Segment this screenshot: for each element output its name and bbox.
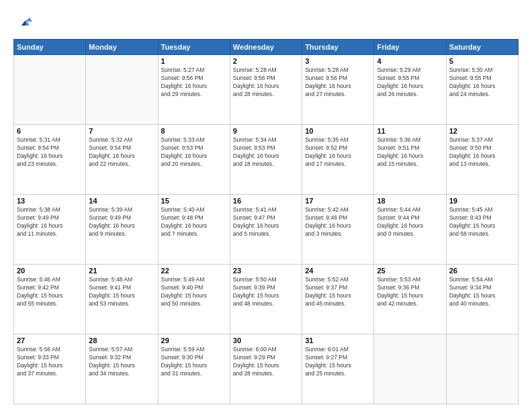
calendar-cell: 5Sunrise: 5:30 AM Sunset: 9:55 PM Daylig… [446,55,518,125]
cell-info-text: Sunrise: 5:57 AM Sunset: 9:32 PM Dayligh… [89,346,154,378]
cell-day-number: 20 [17,267,83,275]
weekday-header-wednesday: Wednesday [230,40,302,55]
cell-day-number: 12 [449,127,515,135]
cell-info-text: Sunrise: 5:33 AM Sunset: 9:53 PM Dayligh… [161,136,227,169]
cell-info-text: Sunrise: 5:27 AM Sunset: 9:56 PM Dayligh… [161,66,227,99]
calendar-cell: 1Sunrise: 5:27 AM Sunset: 9:56 PM Daylig… [158,55,230,125]
cell-day-number: 26 [449,267,515,275]
calendar-cell: 26Sunrise: 5:54 AM Sunset: 9:34 PM Dayli… [446,265,518,334]
cell-info-text: Sunrise: 5:48 AM Sunset: 9:41 PM Dayligh… [89,276,154,308]
calendar-cell: 25Sunrise: 5:53 AM Sunset: 9:36 PM Dayli… [374,265,446,334]
calendar-cell: 4Sunrise: 5:29 AM Sunset: 9:55 PM Daylig… [374,55,446,125]
cell-day-number: 31 [305,336,371,345]
cell-day-number: 21 [89,267,154,275]
cell-info-text: Sunrise: 5:32 AM Sunset: 9:54 PM Dayligh… [89,136,154,169]
cell-info-text: Sunrise: 5:36 AM Sunset: 9:51 PM Dayligh… [377,136,443,169]
cell-day-number: 27 [17,336,83,345]
calendar-cell: 23Sunrise: 5:50 AM Sunset: 9:39 PM Dayli… [230,265,302,334]
calendar-cell: 11Sunrise: 5:36 AM Sunset: 9:51 PM Dayli… [374,125,446,195]
cell-info-text: Sunrise: 5:44 AM Sunset: 9:44 PM Dayligh… [377,206,443,238]
page: SundayMondayTuesdayWednesdayThursdayFrid… [0,0,532,411]
cell-day-number: 25 [377,267,443,275]
cell-info-text: Sunrise: 5:28 AM Sunset: 9:56 PM Dayligh… [305,66,371,99]
cell-info-text: Sunrise: 6:01 AM Sunset: 9:27 PM Dayligh… [305,346,371,378]
cell-info-text: Sunrise: 5:42 AM Sunset: 9:46 PM Dayligh… [305,206,371,238]
cell-day-number: 5 [449,57,515,65]
cell-info-text: Sunrise: 5:56 AM Sunset: 9:33 PM Dayligh… [17,346,83,378]
calendar-cell: 18Sunrise: 5:44 AM Sunset: 9:44 PM Dayli… [374,195,446,265]
cell-info-text: Sunrise: 5:31 AM Sunset: 9:54 PM Dayligh… [17,136,83,169]
calendar-cell: 17Sunrise: 5:42 AM Sunset: 9:46 PM Dayli… [302,195,374,265]
cell-info-text: Sunrise: 5:35 AM Sunset: 9:52 PM Dayligh… [305,136,371,169]
cell-day-number: 29 [161,336,227,345]
calendar-cell [446,334,518,404]
cell-day-number: 6 [17,127,83,135]
calendar-cell: 2Sunrise: 5:28 AM Sunset: 9:56 PM Daylig… [230,55,302,125]
cell-day-number: 22 [161,267,227,275]
cell-info-text: Sunrise: 5:39 AM Sunset: 9:49 PM Dayligh… [89,206,154,238]
cell-info-text: Sunrise: 5:49 AM Sunset: 9:40 PM Dayligh… [161,276,227,308]
calendar-cell: 22Sunrise: 5:49 AM Sunset: 9:40 PM Dayli… [158,265,230,334]
cell-day-number: 18 [377,197,443,205]
calendar-cell: 10Sunrise: 5:35 AM Sunset: 9:52 PM Dayli… [302,125,374,195]
cell-info-text: Sunrise: 6:00 AM Sunset: 9:29 PM Dayligh… [233,346,299,378]
weekday-header-row: SundayMondayTuesdayWednesdayThursdayFrid… [14,40,519,55]
cell-day-number: 23 [233,267,299,275]
calendar-cell: 16Sunrise: 5:41 AM Sunset: 9:47 PM Dayli… [230,195,302,265]
cell-day-number: 17 [305,197,371,205]
cell-day-number: 14 [89,197,154,205]
cell-info-text: Sunrise: 5:45 AM Sunset: 9:43 PM Dayligh… [449,206,515,238]
cell-day-number: 8 [161,127,227,135]
cell-info-text: Sunrise: 5:40 AM Sunset: 9:48 PM Dayligh… [161,206,227,238]
weekday-header-sunday: Sunday [14,40,86,55]
cell-day-number: 28 [89,336,154,345]
cell-info-text: Sunrise: 5:34 AM Sunset: 9:53 PM Dayligh… [233,136,299,169]
calendar-cell: 12Sunrise: 5:37 AM Sunset: 9:50 PM Dayli… [446,125,518,195]
cell-day-number: 9 [233,127,299,135]
weekday-header-saturday: Saturday [446,40,518,55]
week-row-4: 20Sunrise: 5:46 AM Sunset: 9:42 PM Dayli… [14,265,519,334]
cell-day-number: 1 [161,57,227,65]
calendar-cell: 27Sunrise: 5:56 AM Sunset: 9:33 PM Dayli… [14,334,86,404]
cell-day-number: 30 [233,336,299,345]
cell-info-text: Sunrise: 5:41 AM Sunset: 9:47 PM Dayligh… [233,206,299,238]
cell-day-number: 11 [377,127,443,135]
cell-info-text: Sunrise: 5:30 AM Sunset: 9:55 PM Dayligh… [449,66,515,99]
cell-info-text: Sunrise: 5:52 AM Sunset: 9:37 PM Dayligh… [305,276,371,308]
calendar-cell: 29Sunrise: 5:59 AM Sunset: 9:30 PM Dayli… [158,334,230,404]
week-row-5: 27Sunrise: 5:56 AM Sunset: 9:33 PM Dayli… [14,334,519,404]
calendar-cell: 28Sunrise: 5:57 AM Sunset: 9:32 PM Dayli… [86,334,158,404]
cell-day-number: 16 [233,197,299,205]
cell-info-text: Sunrise: 5:37 AM Sunset: 9:50 PM Dayligh… [449,136,515,169]
calendar-cell: 24Sunrise: 5:52 AM Sunset: 9:37 PM Dayli… [302,265,374,334]
logo-icon [16,12,35,34]
calendar-cell: 6Sunrise: 5:31 AM Sunset: 9:54 PM Daylig… [14,125,86,195]
cell-info-text: Sunrise: 5:46 AM Sunset: 9:42 PM Dayligh… [17,276,83,308]
calendar-cell: 20Sunrise: 5:46 AM Sunset: 9:42 PM Dayli… [14,265,86,334]
cell-day-number: 13 [17,197,83,205]
header [13,12,519,34]
calendar-cell: 7Sunrise: 5:32 AM Sunset: 9:54 PM Daylig… [86,125,158,195]
cell-day-number: 4 [377,57,443,65]
cell-info-text: Sunrise: 5:28 AM Sunset: 9:56 PM Dayligh… [233,66,299,99]
cell-day-number: 19 [449,197,515,205]
calendar-cell: 3Sunrise: 5:28 AM Sunset: 9:56 PM Daylig… [302,55,374,125]
cell-info-text: Sunrise: 5:53 AM Sunset: 9:36 PM Dayligh… [377,276,443,308]
calendar-cell [374,334,446,404]
calendar-cell: 19Sunrise: 5:45 AM Sunset: 9:43 PM Dayli… [446,195,518,265]
weekday-header-friday: Friday [374,40,446,55]
cell-info-text: Sunrise: 5:38 AM Sunset: 9:49 PM Dayligh… [17,206,83,238]
weekday-header-monday: Monday [86,40,158,55]
cell-day-number: 15 [161,197,227,205]
svg-marker-1 [21,20,26,26]
calendar-cell [14,55,86,125]
cell-day-number: 10 [305,127,371,135]
calendar-table: SundayMondayTuesdayWednesdayThursdayFrid… [13,39,519,404]
calendar-cell: 14Sunrise: 5:39 AM Sunset: 9:49 PM Dayli… [86,195,158,265]
cell-info-text: Sunrise: 5:29 AM Sunset: 9:55 PM Dayligh… [377,66,443,99]
calendar-cell: 13Sunrise: 5:38 AM Sunset: 9:49 PM Dayli… [14,195,86,265]
week-row-1: 1Sunrise: 5:27 AM Sunset: 9:56 PM Daylig… [14,55,519,125]
cell-day-number: 24 [305,267,371,275]
weekday-header-tuesday: Tuesday [158,40,230,55]
cell-info-text: Sunrise: 5:54 AM Sunset: 9:34 PM Dayligh… [449,276,515,308]
